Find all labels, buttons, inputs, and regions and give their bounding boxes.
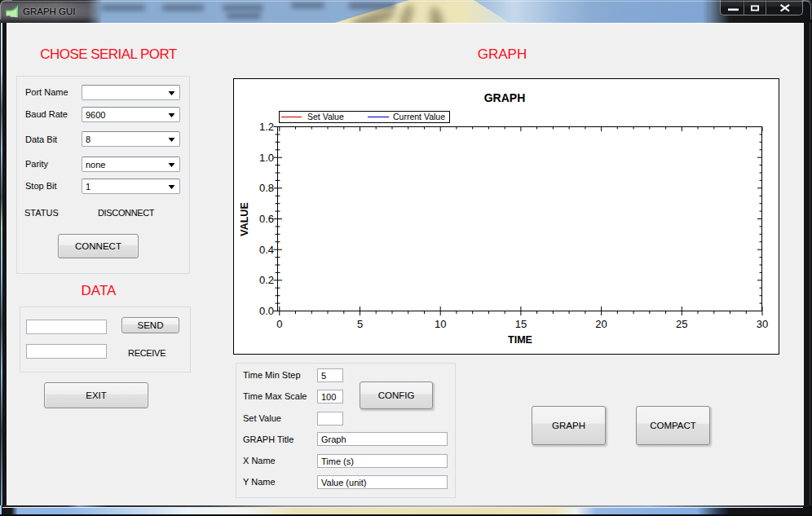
svg-text:Current Value: Current Value [393, 112, 445, 121]
svg-text:TIME: TIME [508, 334, 532, 346]
svg-text:20: 20 [595, 318, 607, 330]
svg-text:0.4: 0.4 [259, 244, 274, 256]
svg-text:Set Value: Set Value [307, 112, 344, 121]
svg-text:GRAPH: GRAPH [484, 91, 526, 104]
svg-text:VALUE: VALUE [239, 202, 250, 236]
svg-text:0.8: 0.8 [259, 182, 274, 194]
svg-text:1.0: 1.0 [259, 152, 274, 164]
svg-text:15: 15 [515, 318, 527, 330]
svg-text:0.0: 0.0 [259, 305, 274, 317]
svg-text:25: 25 [676, 318, 687, 330]
svg-text:0: 0 [276, 318, 282, 330]
svg-text:5: 5 [357, 318, 363, 330]
svg-text:10: 10 [435, 318, 446, 330]
svg-text:30: 30 [757, 318, 768, 330]
svg-text:0.6: 0.6 [259, 213, 274, 225]
svg-text:1.2: 1.2 [259, 121, 274, 133]
svg-text:0.2: 0.2 [259, 274, 274, 286]
